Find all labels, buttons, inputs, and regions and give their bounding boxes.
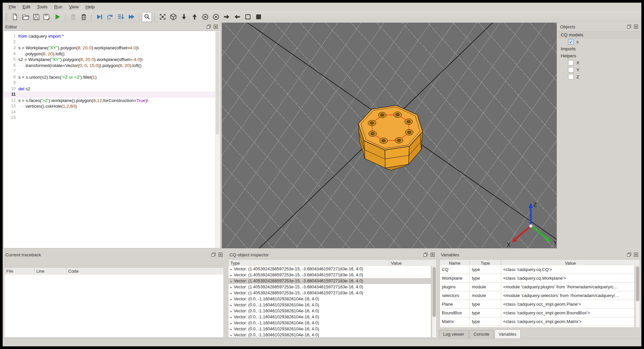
paste-button[interactable] [68,12,78,22]
top-view-button[interactable] [179,12,189,22]
inspector-row[interactable]: ▸Vector: (0.0, -1.1604610293826104e-16, … [228,296,431,302]
code-line-14[interactable]: 14 [4,109,220,115]
continue-button[interactable] [126,12,136,22]
bottom-view-button[interactable] [189,12,199,22]
shaded-button[interactable] [253,12,263,22]
inspector-col-type[interactable]: Type [228,260,389,267]
menu-edit[interactable]: Edit [19,3,34,10]
back-view-button[interactable] [211,12,221,22]
inspector-scrollbar[interactable] [432,266,437,338]
close-icon[interactable] [218,252,223,257]
expander-icon[interactable]: ▸ [230,321,234,325]
code-line-13[interactable]: 13····.vertices().cskHole(1,2,60) [4,103,220,109]
code-line-9[interactable]: 9 [4,80,220,86]
code-editor[interactable]: 1from cadquery import *23s = Workplane("… [3,31,220,248]
traceback-col-file[interactable]: File [4,268,34,275]
objects-item-s[interactable]: ✓s [558,38,641,45]
expander-icon[interactable]: ▸ [230,273,234,277]
tab-log-viewer[interactable]: Log viewer [439,330,469,338]
inspector-scrollbar-thumb[interactable] [433,267,436,317]
variables-row[interactable]: CQtype<class 'cadquery.cq.CQ'> [440,265,634,274]
code-line-7[interactable]: 7 [4,68,220,74]
close-icon[interactable] [430,252,435,257]
tab-variables[interactable]: Variables [494,329,521,338]
variables-row[interactable]: Workplanetype<class 'cadquery.cq.Workpla… [440,274,634,283]
menu-view[interactable]: View [66,3,82,10]
checkbox-unchecked[interactable] [568,67,574,73]
code-line-5[interactable]: 5s2 = Workplane("XY").polygon(8, 20.0).w… [4,57,220,63]
objects-item-x[interactable]: X [558,59,641,66]
right-view-button[interactable] [232,12,242,22]
inspector-row[interactable]: ▸Vector: (0.0, -1.1604610293826104e-16, … [228,314,431,320]
variables-scrollbar-thumb[interactable] [636,266,639,301]
menu-file[interactable]: File [5,3,19,10]
search-toggle-button[interactable] [142,12,152,22]
save-as-button[interactable] [42,12,52,22]
save-button[interactable] [31,12,41,22]
front-view-button[interactable] [200,12,210,22]
objects-item-helpers[interactable]: Helpers [558,52,641,59]
traceback-col-code[interactable]: Code [66,268,223,275]
inspector-row[interactable]: ▸Vector: (0.0, -1.1604610293826104e-16, … [228,320,431,326]
inspector-row[interactable]: ▸Vector: (1.4053924288597253e-15, -3.680… [228,290,431,296]
checkbox-checked[interactable]: ✓ [568,39,574,45]
float-icon[interactable] [626,24,632,29]
checkbox-unchecked[interactable] [568,74,574,80]
inspector-row[interactable]: ▸Vector: (1.4053924288597253e-15, -3.680… [228,278,431,284]
expander-icon[interactable]: ▸ [230,267,234,271]
inspector-row[interactable]: ▸Vector: (0.0, -1.1604610293826104e-16, … [228,302,431,308]
menu-tools[interactable]: Tools [34,3,51,10]
float-icon[interactable] [206,24,211,29]
code-line-8[interactable]: 8s = s.union(s2).faces('>Z or <Z').fille… [4,74,220,80]
code-line-15[interactable]: 15 [4,115,220,121]
editor-scrollbar-thumb[interactable] [216,31,219,135]
menu-help[interactable]: Help [82,3,98,10]
inspector-row[interactable]: ▸Vector: (0.0, -1.1604610293826104e-16, … [228,308,431,314]
variables-row[interactable]: pluginsmodule<module 'cadquery.plugins' … [440,283,634,291]
inspector-col-value[interactable]: Value [389,260,436,267]
inspector-row[interactable]: ▸Vector: (1.4053924288597253e-15, -3.680… [228,272,431,278]
fit-view-button[interactable] [158,12,167,22]
variables-row[interactable]: Planetype<class 'cadquery.occ_impl.geom.… [440,300,634,309]
inspector-row[interactable]: ▸Vector: (1.4053924288597253e-15, -3.680… [228,284,431,290]
inspector-row[interactable]: ▸Vector: (0.0, -1.1604610293826104e-16, … [228,332,431,338]
objects-item-y[interactable]: Y [558,66,641,73]
expander-icon[interactable]: ▸ [230,291,234,295]
render-button[interactable] [52,12,62,22]
traceback-col-line[interactable]: Line [34,268,66,275]
float-icon[interactable] [423,252,428,257]
inspector-table-body[interactable]: ▸Vector: (1.4053924288597253e-15, -3.680… [228,266,431,338]
close-icon[interactable] [633,24,639,29]
delete-button[interactable] [79,12,89,22]
step-in-button[interactable] [116,12,126,22]
inspector-row[interactable]: ▸Vector: (0.0, -1.1604610293826104e-16, … [228,326,431,332]
code-line-1[interactable]: 1from cadquery import * [4,33,220,39]
variables-row[interactable]: selectorsmodule<module 'cadquery.selecto… [440,291,634,300]
expander-icon[interactable]: ▸ [230,327,234,331]
editor-scrollbar[interactable] [215,31,220,248]
code-line-10[interactable]: 10del s2 [4,86,220,92]
code-line-6[interactable]: 6····.transformed(rotate=Vector(0, 0, 15… [4,63,220,69]
cad-model[interactable] [353,101,428,172]
debug-button[interactable] [94,12,104,22]
new-file-button[interactable] [10,12,20,22]
expander-icon[interactable]: ▸ [230,303,234,307]
tab-console[interactable]: Console [469,330,494,338]
iso-view-button[interactable] [168,12,178,22]
expander-icon[interactable]: ▸ [230,297,234,301]
expander-icon[interactable]: ▸ [230,309,234,313]
code-line-3[interactable]: 3s = Workplane("XY").polygon(8, 20.0).wo… [4,45,220,51]
menu-run[interactable]: Run [51,3,66,10]
toolbar-drag-handle[interactable] [5,13,8,21]
expander-icon[interactable]: ▸ [230,333,234,337]
objects-item-imports[interactable]: Imports [558,45,641,52]
objects-item-z[interactable]: Z [558,73,641,80]
open-button[interactable] [20,12,30,22]
expander-icon[interactable]: ▸ [230,279,234,283]
code-line-12[interactable]: 12s = s.faces('>Z').workplane().polygon(… [4,98,220,104]
code-line-4[interactable]: 4····.polygon(8, 20).loft() [4,51,220,57]
inspector-row[interactable]: ▸Vector: (1.4053924288597253e-15, -3.680… [228,266,431,272]
variables-scrollbar[interactable] [635,265,640,328]
wireframe-button[interactable] [243,12,253,22]
variables-table-body[interactable]: CQtype<class 'cadquery.cq.CQ'>Workplanet… [440,265,635,328]
